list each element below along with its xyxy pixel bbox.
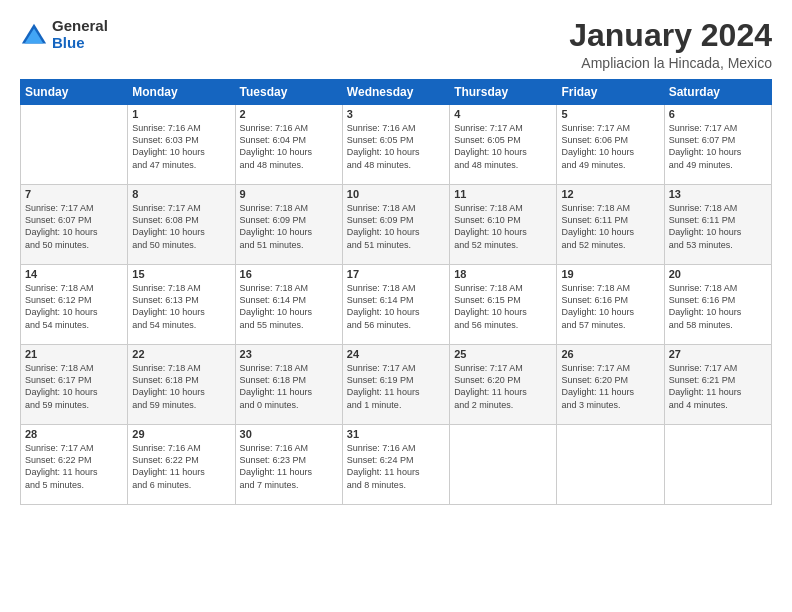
calendar-cell: 17Sunrise: 7:18 AM Sunset: 6:14 PM Dayli… bbox=[342, 265, 449, 345]
calendar-cell: 6Sunrise: 7:17 AM Sunset: 6:07 PM Daylig… bbox=[664, 105, 771, 185]
day-number: 2 bbox=[240, 108, 338, 120]
calendar-cell: 3Sunrise: 7:16 AM Sunset: 6:05 PM Daylig… bbox=[342, 105, 449, 185]
day-number: 20 bbox=[669, 268, 767, 280]
calendar-cell: 12Sunrise: 7:18 AM Sunset: 6:11 PM Dayli… bbox=[557, 185, 664, 265]
day-number: 6 bbox=[669, 108, 767, 120]
day-info: Sunrise: 7:16 AM Sunset: 6:04 PM Dayligh… bbox=[240, 122, 338, 171]
day-info: Sunrise: 7:17 AM Sunset: 6:19 PM Dayligh… bbox=[347, 362, 445, 411]
day-number: 9 bbox=[240, 188, 338, 200]
day-number: 29 bbox=[132, 428, 230, 440]
calendar-cell: 31Sunrise: 7:16 AM Sunset: 6:24 PM Dayli… bbox=[342, 425, 449, 505]
day-info: Sunrise: 7:16 AM Sunset: 6:03 PM Dayligh… bbox=[132, 122, 230, 171]
calendar-cell: 23Sunrise: 7:18 AM Sunset: 6:18 PM Dayli… bbox=[235, 345, 342, 425]
day-info: Sunrise: 7:18 AM Sunset: 6:09 PM Dayligh… bbox=[240, 202, 338, 251]
day-info: Sunrise: 7:16 AM Sunset: 6:24 PM Dayligh… bbox=[347, 442, 445, 491]
calendar-cell: 26Sunrise: 7:17 AM Sunset: 6:20 PM Dayli… bbox=[557, 345, 664, 425]
day-info: Sunrise: 7:18 AM Sunset: 6:16 PM Dayligh… bbox=[669, 282, 767, 331]
calendar-cell: 21Sunrise: 7:18 AM Sunset: 6:17 PM Dayli… bbox=[21, 345, 128, 425]
calendar-cell: 19Sunrise: 7:18 AM Sunset: 6:16 PM Dayli… bbox=[557, 265, 664, 345]
calendar-cell: 1Sunrise: 7:16 AM Sunset: 6:03 PM Daylig… bbox=[128, 105, 235, 185]
day-number: 19 bbox=[561, 268, 659, 280]
day-number: 22 bbox=[132, 348, 230, 360]
day-number: 1 bbox=[132, 108, 230, 120]
day-info: Sunrise: 7:18 AM Sunset: 6:18 PM Dayligh… bbox=[132, 362, 230, 411]
day-number: 31 bbox=[347, 428, 445, 440]
col-friday: Friday bbox=[557, 80, 664, 105]
logo-general: General bbox=[52, 18, 108, 35]
calendar-cell: 29Sunrise: 7:16 AM Sunset: 6:22 PM Dayli… bbox=[128, 425, 235, 505]
logo-blue: Blue bbox=[52, 35, 108, 52]
day-info: Sunrise: 7:18 AM Sunset: 6:12 PM Dayligh… bbox=[25, 282, 123, 331]
col-tuesday: Tuesday bbox=[235, 80, 342, 105]
calendar-cell bbox=[557, 425, 664, 505]
col-thursday: Thursday bbox=[450, 80, 557, 105]
day-number: 12 bbox=[561, 188, 659, 200]
main-title: January 2024 bbox=[569, 18, 772, 53]
day-info: Sunrise: 7:18 AM Sunset: 6:11 PM Dayligh… bbox=[669, 202, 767, 251]
calendar-cell: 16Sunrise: 7:18 AM Sunset: 6:14 PM Dayli… bbox=[235, 265, 342, 345]
calendar-week-5: 28Sunrise: 7:17 AM Sunset: 6:22 PM Dayli… bbox=[21, 425, 772, 505]
calendar-cell: 28Sunrise: 7:17 AM Sunset: 6:22 PM Dayli… bbox=[21, 425, 128, 505]
day-info: Sunrise: 7:17 AM Sunset: 6:05 PM Dayligh… bbox=[454, 122, 552, 171]
day-number: 24 bbox=[347, 348, 445, 360]
header: General Blue January 2024 Ampliacion la … bbox=[20, 18, 772, 71]
calendar-cell: 5Sunrise: 7:17 AM Sunset: 6:06 PM Daylig… bbox=[557, 105, 664, 185]
day-number: 18 bbox=[454, 268, 552, 280]
day-number: 26 bbox=[561, 348, 659, 360]
day-number: 5 bbox=[561, 108, 659, 120]
day-number: 17 bbox=[347, 268, 445, 280]
day-number: 16 bbox=[240, 268, 338, 280]
calendar-cell: 24Sunrise: 7:17 AM Sunset: 6:19 PM Dayli… bbox=[342, 345, 449, 425]
day-number: 13 bbox=[669, 188, 767, 200]
logo-text: General Blue bbox=[52, 18, 108, 51]
day-info: Sunrise: 7:16 AM Sunset: 6:23 PM Dayligh… bbox=[240, 442, 338, 491]
calendar-cell: 11Sunrise: 7:18 AM Sunset: 6:10 PM Dayli… bbox=[450, 185, 557, 265]
day-info: Sunrise: 7:17 AM Sunset: 6:21 PM Dayligh… bbox=[669, 362, 767, 411]
day-number: 15 bbox=[132, 268, 230, 280]
calendar-cell bbox=[664, 425, 771, 505]
calendar-week-2: 7Sunrise: 7:17 AM Sunset: 6:07 PM Daylig… bbox=[21, 185, 772, 265]
day-info: Sunrise: 7:18 AM Sunset: 6:14 PM Dayligh… bbox=[240, 282, 338, 331]
calendar-cell: 27Sunrise: 7:17 AM Sunset: 6:21 PM Dayli… bbox=[664, 345, 771, 425]
calendar-cell: 7Sunrise: 7:17 AM Sunset: 6:07 PM Daylig… bbox=[21, 185, 128, 265]
day-info: Sunrise: 7:18 AM Sunset: 6:13 PM Dayligh… bbox=[132, 282, 230, 331]
calendar-cell: 25Sunrise: 7:17 AM Sunset: 6:20 PM Dayli… bbox=[450, 345, 557, 425]
calendar-cell: 30Sunrise: 7:16 AM Sunset: 6:23 PM Dayli… bbox=[235, 425, 342, 505]
day-info: Sunrise: 7:16 AM Sunset: 6:22 PM Dayligh… bbox=[132, 442, 230, 491]
day-number: 23 bbox=[240, 348, 338, 360]
day-number: 28 bbox=[25, 428, 123, 440]
calendar-cell: 10Sunrise: 7:18 AM Sunset: 6:09 PM Dayli… bbox=[342, 185, 449, 265]
calendar-header-row: Sunday Monday Tuesday Wednesday Thursday… bbox=[21, 80, 772, 105]
day-number: 11 bbox=[454, 188, 552, 200]
calendar-week-3: 14Sunrise: 7:18 AM Sunset: 6:12 PM Dayli… bbox=[21, 265, 772, 345]
calendar-cell bbox=[21, 105, 128, 185]
day-number: 25 bbox=[454, 348, 552, 360]
calendar-cell: 13Sunrise: 7:18 AM Sunset: 6:11 PM Dayli… bbox=[664, 185, 771, 265]
calendar-cell: 9Sunrise: 7:18 AM Sunset: 6:09 PM Daylig… bbox=[235, 185, 342, 265]
calendar: Sunday Monday Tuesday Wednesday Thursday… bbox=[20, 79, 772, 505]
calendar-cell: 8Sunrise: 7:17 AM Sunset: 6:08 PM Daylig… bbox=[128, 185, 235, 265]
day-number: 8 bbox=[132, 188, 230, 200]
calendar-week-4: 21Sunrise: 7:18 AM Sunset: 6:17 PM Dayli… bbox=[21, 345, 772, 425]
calendar-cell: 18Sunrise: 7:18 AM Sunset: 6:15 PM Dayli… bbox=[450, 265, 557, 345]
day-info: Sunrise: 7:17 AM Sunset: 6:07 PM Dayligh… bbox=[669, 122, 767, 171]
calendar-week-1: 1Sunrise: 7:16 AM Sunset: 6:03 PM Daylig… bbox=[21, 105, 772, 185]
day-number: 30 bbox=[240, 428, 338, 440]
logo-icon bbox=[20, 21, 48, 49]
day-info: Sunrise: 7:18 AM Sunset: 6:10 PM Dayligh… bbox=[454, 202, 552, 251]
calendar-cell: 2Sunrise: 7:16 AM Sunset: 6:04 PM Daylig… bbox=[235, 105, 342, 185]
title-block: January 2024 Ampliacion la Hincada, Mexi… bbox=[569, 18, 772, 71]
day-number: 27 bbox=[669, 348, 767, 360]
day-info: Sunrise: 7:18 AM Sunset: 6:18 PM Dayligh… bbox=[240, 362, 338, 411]
calendar-cell: 22Sunrise: 7:18 AM Sunset: 6:18 PM Dayli… bbox=[128, 345, 235, 425]
logo: General Blue bbox=[20, 18, 108, 51]
subtitle: Ampliacion la Hincada, Mexico bbox=[569, 55, 772, 71]
calendar-cell bbox=[450, 425, 557, 505]
col-monday: Monday bbox=[128, 80, 235, 105]
day-number: 4 bbox=[454, 108, 552, 120]
day-info: Sunrise: 7:16 AM Sunset: 6:05 PM Dayligh… bbox=[347, 122, 445, 171]
day-info: Sunrise: 7:18 AM Sunset: 6:17 PM Dayligh… bbox=[25, 362, 123, 411]
col-wednesday: Wednesday bbox=[342, 80, 449, 105]
day-number: 3 bbox=[347, 108, 445, 120]
day-info: Sunrise: 7:18 AM Sunset: 6:15 PM Dayligh… bbox=[454, 282, 552, 331]
